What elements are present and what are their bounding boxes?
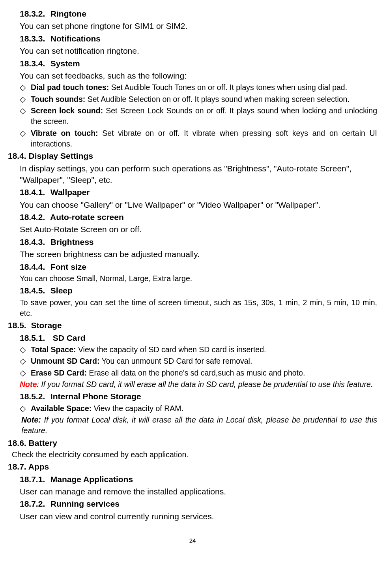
diamond-icon: ◇ xyxy=(20,105,31,127)
list-item-label: Unmount SD Card: xyxy=(31,357,99,365)
list-item-text: View the capacity of SD card when SD car… xyxy=(76,345,266,354)
body-18-4-4: You can choose Small, Normal, Large, Ext… xyxy=(20,273,377,284)
heading-title: System xyxy=(50,59,80,68)
list-item-label: Touch sounds: xyxy=(31,95,85,103)
heading-18-4-1: 18.4.1. Wallpaper xyxy=(20,186,377,198)
note-internal-storage: Note: If you format Local disk, it will … xyxy=(21,415,377,436)
diamond-icon: ◇ xyxy=(20,94,31,105)
list-item: ◇ Available Space: View the capacity of … xyxy=(20,403,377,414)
heading-title: Battery xyxy=(29,438,57,447)
heading-title: Notifications xyxy=(50,34,101,43)
heading-18-3-2: 18.3.2. Ringtone xyxy=(20,8,377,19)
note-prefix: Note: xyxy=(21,415,41,424)
heading-number: 18.7. xyxy=(8,462,26,471)
heading-number: 18.4.4. xyxy=(20,261,48,272)
heading-18-5-2: 18.5.2. Internal Phone Storage xyxy=(20,391,377,402)
list-item: ◇ Vibrate on touch: Set vibrate on or of… xyxy=(20,128,377,150)
body-18-3-4: You can set feedbacks, such as the follo… xyxy=(20,70,377,81)
heading-number: 18.4.5. xyxy=(20,285,48,296)
body-18-7-1: User can manage and remove the installed… xyxy=(20,486,377,497)
heading-number: 18.3.4. xyxy=(20,58,48,69)
body-18-3-3: You can set notification ringtone. xyxy=(20,45,377,56)
note-sd-card: Note: If you format SD card, it will era… xyxy=(20,379,377,390)
heading-title: Manage Applications xyxy=(50,475,133,484)
heading-title: Wallpaper xyxy=(50,188,90,197)
body-18-4-5: To save power, you can set the time of s… xyxy=(20,297,377,319)
heading-18-4-4: 18.4.4. Font size xyxy=(20,261,377,272)
body-18-4-2: Set Auto-Rotate Screen on or off. xyxy=(20,224,377,235)
heading-title: Display Settings xyxy=(29,151,93,160)
body-18-4-1: You can choose "Gallery" or "Live Wallpa… xyxy=(20,199,377,210)
diamond-icon: ◇ xyxy=(20,368,31,378)
diamond-icon: ◇ xyxy=(20,356,31,366)
list-item-label: Erase SD Card: xyxy=(31,368,87,377)
heading-number: 18.4.2. xyxy=(20,211,48,223)
heading-number: 18.7.2. xyxy=(20,498,48,509)
heading-number: 18.5. xyxy=(8,321,26,330)
list-item: ◇ Dial pad touch tones: Set Audible Touc… xyxy=(20,82,377,93)
heading-title: Apps xyxy=(28,462,49,471)
list-item-text: You can unmount SD Card for safe removal… xyxy=(99,357,252,365)
heading-number: 18.4. xyxy=(8,151,26,160)
body-18-3-2: You can set phone ringtone for SIM1 or S… xyxy=(20,20,377,32)
list-item: ◇ Unmount SD Card: You can unmount SD Ca… xyxy=(20,356,377,366)
heading-title: Storage xyxy=(31,321,62,330)
body-18-7-2: User can view and control currently runn… xyxy=(20,511,377,522)
list-item-text: Set Audible Touch Tones on or off. It pl… xyxy=(109,83,347,92)
heading-18-4-5: 18.4.5. Sleep xyxy=(20,285,377,296)
list-item-label: Total Space: xyxy=(31,345,76,354)
diamond-icon: ◇ xyxy=(20,128,31,150)
heading-18-6: 18.6. Battery xyxy=(8,437,377,449)
heading-18-5-1: 18.5.1. SD Card xyxy=(20,332,377,344)
body-18-4-3: The screen brightness can be adjusted ma… xyxy=(20,248,377,260)
heading-number: 18.4.3. xyxy=(20,236,48,248)
heading-title: Ringtone xyxy=(50,9,86,18)
heading-18-3-4: 18.3.4. System xyxy=(20,58,377,69)
list-item: ◇ Erase SD Card: Erase all data on the p… xyxy=(20,368,377,378)
list-item-text: Set Audible Selection on or off. It play… xyxy=(85,95,349,103)
heading-18-5: 18.5. Storage xyxy=(8,319,377,331)
heading-number: 18.7.1. xyxy=(20,473,48,485)
list-item-label: Available Space: xyxy=(31,404,92,413)
heading-number: 18.5.2. xyxy=(20,391,48,402)
list-item-text: Erase all data on the phone's sd card,su… xyxy=(87,368,305,377)
heading-title: SD Card xyxy=(53,333,86,342)
heading-title: Auto-rotate screen xyxy=(50,212,124,222)
heading-title: Sleep xyxy=(50,286,73,295)
list-item-label: Screen lock sound: xyxy=(31,106,103,115)
list-item-label: Dial pad touch tones: xyxy=(31,83,109,92)
page-number: 24 xyxy=(8,536,377,545)
diamond-icon: ◇ xyxy=(20,344,31,355)
heading-title: Running services xyxy=(50,499,120,508)
heading-number: 18.3.2. xyxy=(20,8,48,19)
heading-18-7-2: 18.7.2. Running services xyxy=(20,498,377,509)
diamond-icon: ◇ xyxy=(20,403,31,414)
heading-number: 18.4.1. xyxy=(20,186,48,198)
diamond-icon: ◇ xyxy=(20,82,31,93)
heading-number: 18.6. xyxy=(8,438,26,447)
heading-18-3-3: 18.3.3. Notifications xyxy=(20,33,377,44)
heading-number: 18.5.1. xyxy=(20,332,48,344)
body-18-4: In display settings, you can perform suc… xyxy=(20,163,377,186)
list-item: ◇ Touch sounds: Set Audible Selection on… xyxy=(20,94,377,105)
list-item: ◇ Total Space: View the capacity of SD c… xyxy=(20,344,377,355)
heading-title: Brightness xyxy=(50,237,94,246)
list-item: ◇ Screen lock sound: Set Screen Lock Sou… xyxy=(20,105,377,127)
note-text: : If you format SD card, it will erase a… xyxy=(37,380,373,389)
list-item-label: Vibrate on touch: xyxy=(31,129,98,137)
note-text: If you format Local disk, it will erase … xyxy=(21,415,377,435)
heading-18-7: 18.7. Apps xyxy=(8,461,377,472)
note-prefix: Note xyxy=(20,380,37,389)
heading-18-4: 18.4. Display Settings xyxy=(8,150,377,162)
list-item-text: View the capacity of RAM. xyxy=(92,404,183,413)
heading-number: 18.3.3. xyxy=(20,33,48,44)
heading-title: Font size xyxy=(50,262,86,271)
heading-18-4-3: 18.4.3. Brightness xyxy=(20,236,377,248)
heading-18-4-2: 18.4.2. Auto-rotate screen xyxy=(20,211,377,223)
body-18-6: Check the electricity consumed by each a… xyxy=(12,449,377,460)
heading-title: Internal Phone Storage xyxy=(50,392,141,401)
heading-18-7-1: 18.7.1. Manage Applications xyxy=(20,473,377,485)
